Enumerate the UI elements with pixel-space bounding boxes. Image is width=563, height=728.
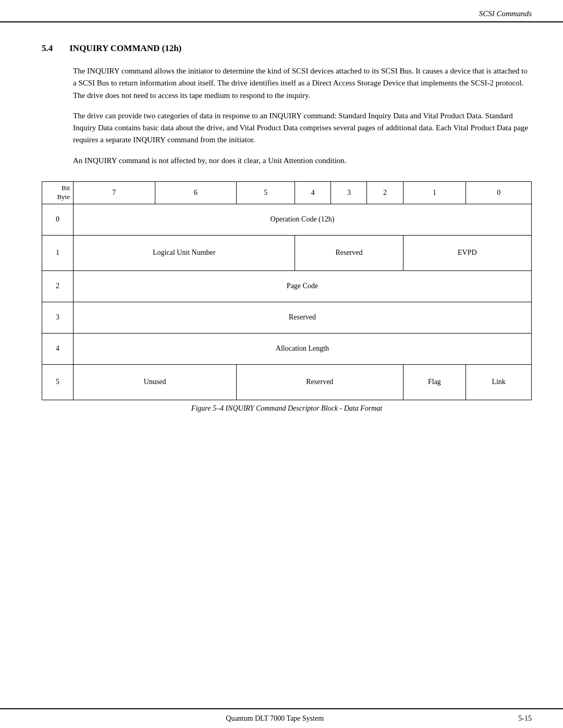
- header-title: SCSI Commands: [479, 9, 532, 18]
- byte-0: 0: [42, 204, 74, 235]
- table-row-0: 0 Operation Code (12h): [42, 204, 532, 235]
- footer-page-number: 5-15: [518, 714, 532, 723]
- byte-4: 4: [42, 333, 74, 364]
- bit-0: 0: [466, 181, 532, 204]
- link-cell: Link: [466, 364, 532, 400]
- bit-5: 5: [237, 181, 295, 204]
- footer-center: Quantum DLT 7000 Tape System: [31, 714, 518, 723]
- allocation-length-cell: Allocation Length: [74, 333, 532, 364]
- page: SCSI Commands 5.4 INQUIRY COMMAND (12h) …: [0, 0, 563, 728]
- figure-caption: Figure 5–4 INQUIRY Command Descriptor Bl…: [42, 404, 532, 413]
- paragraph-2: The drive can provide two categories of …: [73, 110, 532, 146]
- flag-cell: Flag: [403, 364, 466, 400]
- page-footer: Quantum DLT 7000 Tape System 5-15: [0, 708, 563, 728]
- unused-cell: Unused: [74, 364, 237, 400]
- bit-3: 3: [331, 181, 367, 204]
- byte-5: 5: [42, 364, 74, 400]
- page-header: SCSI Commands: [0, 0, 563, 22]
- section-title: INQUIRY COMMAND (12h): [69, 43, 181, 54]
- evpd-cell: EVPD: [403, 235, 531, 270]
- inquiry-table: Bit Byte 7 6 5 4 3 2 1 0 0 Operation Cod…: [42, 181, 532, 400]
- bit-label: Bit: [45, 184, 70, 193]
- bit-6: 6: [155, 181, 237, 204]
- reserved-cell-1: Reserved: [295, 235, 403, 270]
- bit-4: 4: [295, 181, 331, 204]
- bit-1: 1: [403, 181, 466, 204]
- table-row-4: 4 Allocation Length: [42, 333, 532, 364]
- byte-label: Byte: [45, 193, 70, 202]
- page-code-cell: Page Code: [74, 270, 532, 302]
- byte-2: 2: [42, 270, 74, 302]
- table-row-1: 1 Logical Unit Number Reserved EVPD: [42, 235, 532, 270]
- byte-1: 1: [42, 235, 74, 270]
- table-row-3: 3 Reserved: [42, 302, 532, 333]
- reserved-cell-5: Reserved: [237, 364, 403, 400]
- main-content: 5.4 INQUIRY COMMAND (12h) The INQUIRY co…: [0, 22, 563, 439]
- table-row-2: 2 Page Code: [42, 270, 532, 302]
- table-row-5: 5 Unused Reserved Flag Link: [42, 364, 532, 400]
- byte-3: 3: [42, 302, 74, 333]
- section-heading: 5.4 INQUIRY COMMAND (12h): [42, 43, 532, 54]
- reserved-cell-3: Reserved: [74, 302, 532, 333]
- bit-7: 7: [74, 181, 155, 204]
- lun-cell: Logical Unit Number: [74, 235, 295, 270]
- table-header-row: Bit Byte 7 6 5 4 3 2 1 0: [42, 181, 532, 204]
- op-code-cell: Operation Code (12h): [74, 204, 532, 235]
- paragraph-3: An INQUIRY command is not affected by, n…: [73, 155, 532, 167]
- paragraph-1: The INQUIRY command allows the initiator…: [73, 65, 532, 102]
- bit-2: 2: [367, 181, 403, 204]
- bit-byte-label: Bit Byte: [42, 181, 74, 204]
- section-number: 5.4: [42, 43, 53, 54]
- command-table: Bit Byte 7 6 5 4 3 2 1 0 0 Operation Cod…: [42, 181, 532, 413]
